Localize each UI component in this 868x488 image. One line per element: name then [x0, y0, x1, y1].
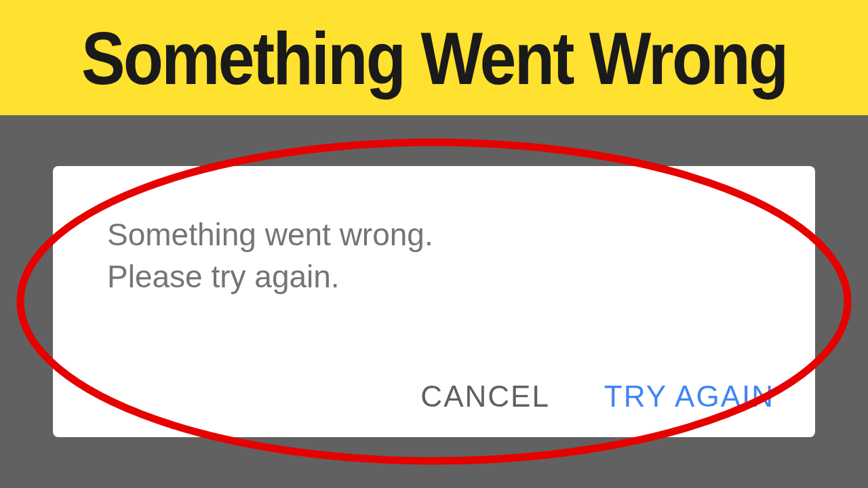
cancel-button[interactable]: CANCEL	[420, 380, 550, 413]
dialog-actions: CANCEL TRY AGAIN	[420, 380, 774, 413]
banner-title: Something Went Wrong	[81, 15, 787, 101]
error-dialog: Something went wrong. Please try again. …	[53, 166, 815, 437]
try-again-button[interactable]: TRY AGAIN	[604, 380, 774, 413]
dialog-message: Something went wrong. Please try again.	[107, 214, 761, 298]
title-banner: Something Went Wrong	[0, 0, 868, 115]
content-area: Something went wrong. Please try again. …	[0, 115, 868, 488]
dialog-message-line2: Please try again.	[107, 259, 340, 294]
dialog-message-line1: Something went wrong.	[107, 217, 433, 252]
